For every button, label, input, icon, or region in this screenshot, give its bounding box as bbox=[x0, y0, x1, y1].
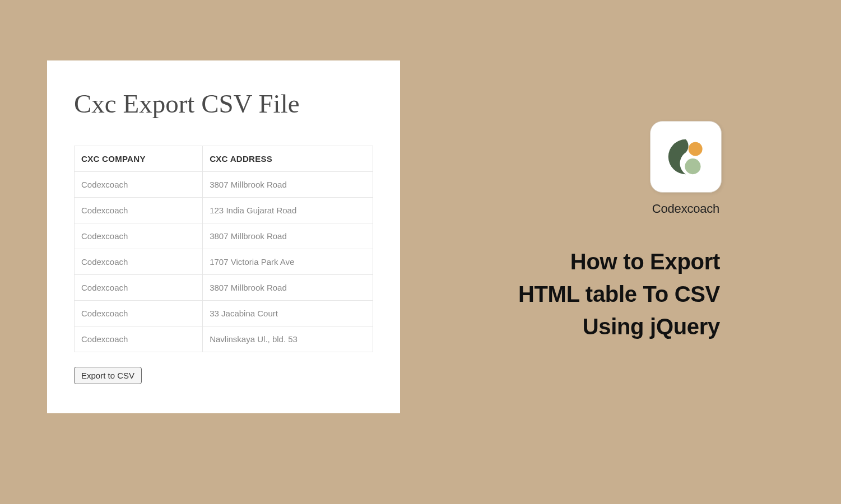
cell-company: Codexcoach bbox=[75, 249, 203, 275]
table-header-company: CXC COMPANY bbox=[75, 146, 203, 172]
promo-heading: How to Export HTML table To CSV Using jQ… bbox=[518, 245, 720, 343]
table-row: Codexcoach 3807 Millbrook Road bbox=[75, 172, 373, 198]
promo-line-1: How to Export bbox=[518, 245, 720, 278]
cell-company: Codexcoach bbox=[75, 223, 203, 249]
promo-line-2: HTML table To CSV bbox=[518, 278, 720, 310]
cell-company: Codexcoach bbox=[75, 172, 203, 198]
table-row: Codexcoach 123 India Gujarat Road bbox=[75, 198, 373, 223]
cell-company: Codexcoach bbox=[75, 326, 203, 352]
table-header-address: CXC ADDRESS bbox=[203, 146, 373, 172]
table-row: Codexcoach 33 Jacabina Court bbox=[75, 301, 373, 326]
cell-address: 1707 Victoria Park Ave bbox=[203, 249, 373, 275]
cell-company: Codexcoach bbox=[75, 198, 203, 223]
brand-block: Codexcoach bbox=[650, 121, 722, 216]
cell-address: 123 India Gujarat Road bbox=[203, 198, 373, 223]
table-row: Codexcoach 1707 Victoria Park Ave bbox=[75, 249, 373, 275]
cell-company: Codexcoach bbox=[75, 275, 203, 301]
table-row: Codexcoach Navlinskaya Ul., bld. 53 bbox=[75, 326, 373, 352]
brand-name: Codexcoach bbox=[652, 202, 719, 216]
cell-address: 33 Jacabina Court bbox=[203, 301, 373, 326]
table-row: Codexcoach 3807 Millbrook Road bbox=[75, 223, 373, 249]
promo-line-3: Using jQuery bbox=[518, 310, 720, 343]
svg-point-0 bbox=[689, 142, 703, 156]
data-table: CXC COMPANY CXC ADDRESS Codexcoach 3807 … bbox=[74, 146, 373, 352]
brand-logo-box bbox=[650, 121, 722, 193]
table-header-row: CXC COMPANY CXC ADDRESS bbox=[75, 146, 373, 172]
cell-company: Codexcoach bbox=[75, 301, 203, 326]
cell-address: 3807 Millbrook Road bbox=[203, 223, 373, 249]
cell-address: 3807 Millbrook Road bbox=[203, 172, 373, 198]
cell-address: 3807 Millbrook Road bbox=[203, 275, 373, 301]
export-to-csv-button[interactable]: Export to CSV bbox=[74, 367, 142, 384]
svg-point-1 bbox=[685, 158, 700, 174]
table-row: Codexcoach 3807 Millbrook Road bbox=[75, 275, 373, 301]
demo-card: Cxc Export CSV File CXC COMPANY CXC ADDR… bbox=[47, 60, 400, 413]
codexcoach-logo-icon bbox=[664, 135, 708, 179]
cell-address: Navlinskaya Ul., bld. 53 bbox=[203, 326, 373, 352]
card-title: Cxc Export CSV File bbox=[74, 88, 373, 119]
